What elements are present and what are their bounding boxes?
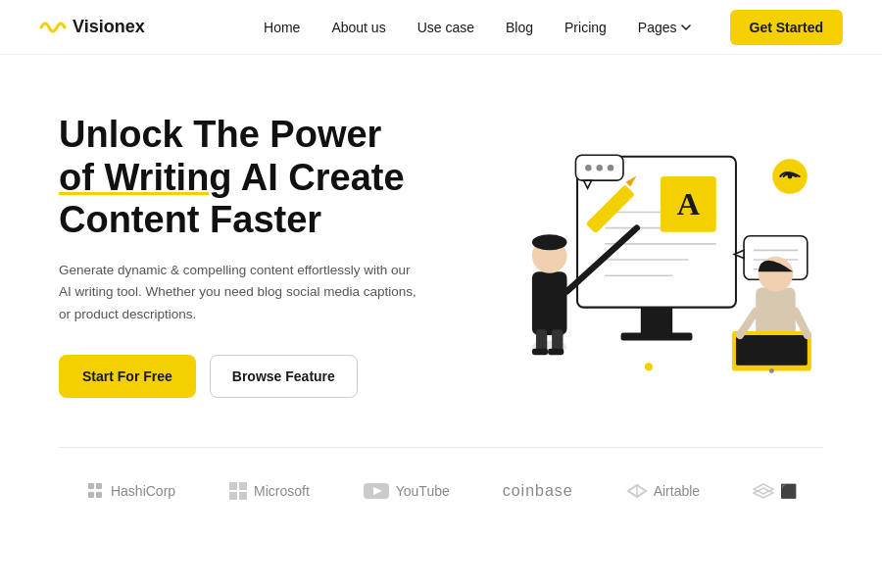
hashicorp-icon	[85, 481, 105, 501]
logo-icon	[39, 18, 67, 37]
navbar: Visionex Home About us Use case Blog Pri…	[0, 0, 882, 55]
logo-text: Visionex	[73, 17, 145, 37]
chevron-down-icon	[681, 23, 691, 32]
svg-rect-20	[532, 349, 548, 355]
logo-microsoft: Microsoft	[228, 481, 310, 501]
svg-rect-46	[229, 482, 237, 490]
start-for-free-button[interactable]: Start For Free	[59, 355, 196, 398]
logo-youtube: YouTube	[363, 481, 450, 501]
svg-rect-48	[229, 492, 237, 500]
youtube-label: YouTube	[396, 483, 450, 499]
svg-point-28	[788, 174, 793, 179]
svg-rect-37	[736, 335, 808, 366]
microsoft-icon	[228, 481, 248, 501]
airtable-icon	[626, 481, 648, 501]
hero-illustration: A	[490, 99, 823, 413]
get-started-button[interactable]: Get Started	[730, 10, 843, 45]
svg-rect-45	[96, 492, 102, 498]
logo[interactable]: Visionex	[39, 17, 145, 37]
svg-point-25	[596, 165, 602, 171]
svg-text:A: A	[677, 186, 701, 221]
svg-rect-44	[88, 492, 94, 498]
logo-coinbase: coinbase	[503, 482, 573, 500]
airtable-label: Airtable	[654, 483, 700, 499]
hero-description: Generate dynamic & compelling content ef…	[59, 260, 421, 325]
browse-feature-button[interactable]: Browse Feature	[210, 355, 358, 398]
nav-about[interactable]: About us	[331, 20, 385, 35]
svg-rect-43	[96, 483, 102, 489]
nav-pages[interactable]: Pages	[638, 20, 691, 35]
svg-rect-1	[641, 308, 672, 335]
dropbox-label: ⬛	[780, 483, 797, 499]
svg-rect-42	[88, 483, 94, 489]
youtube-icon	[363, 481, 390, 501]
coinbase-label: coinbase	[503, 482, 573, 500]
svg-point-14	[532, 234, 567, 250]
svg-point-38	[769, 368, 774, 373]
hero-section: Unlock The Power of Writing AI Create Co…	[0, 55, 882, 447]
svg-rect-2	[621, 333, 693, 341]
svg-marker-52	[754, 484, 773, 494]
hashicorp-label: HashiCorp	[111, 483, 175, 499]
svg-point-24	[585, 165, 591, 171]
nav-usecase[interactable]: Use case	[417, 20, 474, 35]
svg-rect-47	[239, 482, 247, 490]
logo-dropbox: ⬛	[753, 481, 797, 501]
hero-text: Unlock The Power of Writing AI Create Co…	[59, 114, 470, 398]
svg-rect-21	[548, 349, 564, 355]
svg-rect-12	[532, 271, 567, 335]
nav-pricing[interactable]: Pricing	[564, 20, 607, 35]
nav-home[interactable]: Home	[264, 20, 300, 35]
logo-hashicorp: HashiCorp	[85, 481, 175, 501]
svg-rect-18	[536, 329, 547, 352]
svg-point-41	[645, 363, 653, 370]
microsoft-label: Microsoft	[254, 483, 310, 499]
illustration-svg: A	[490, 99, 823, 413]
svg-rect-49	[239, 492, 247, 500]
svg-marker-53	[754, 488, 773, 498]
dropbox-icon	[753, 481, 774, 501]
logos-section: HashiCorp Microsoft YouTube coinbase Air…	[0, 448, 882, 534]
logo-airtable: Airtable	[626, 481, 700, 501]
hero-buttons: Start For Free Browse Feature	[59, 355, 470, 398]
svg-rect-19	[552, 329, 563, 352]
nav-blog[interactable]: Blog	[506, 20, 533, 35]
svg-point-26	[608, 165, 613, 171]
hero-title: Unlock The Power of Writing AI Create Co…	[59, 114, 470, 242]
nav-links: Home About us Use case Blog Pricing Page…	[264, 19, 691, 36]
